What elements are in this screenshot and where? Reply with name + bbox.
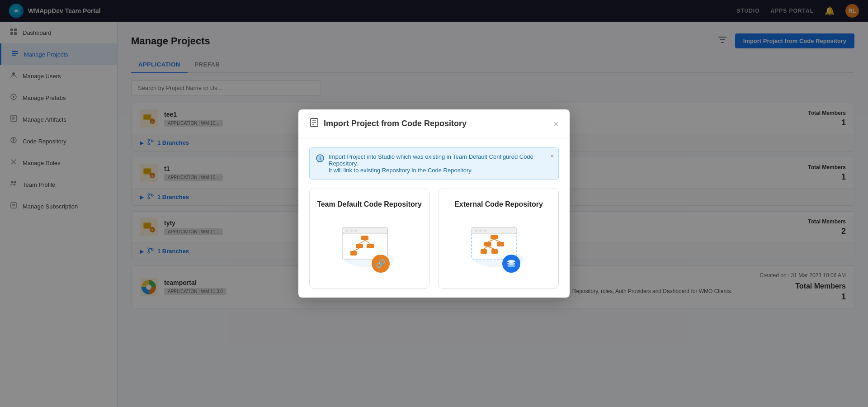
svg-point-56 — [320, 156, 321, 157]
svg-rect-82 — [491, 249, 498, 254]
team-default-repo-title: Team Default Code Repository — [317, 200, 422, 209]
modal-header: Import Project from Code Repository × — [298, 109, 570, 138]
modal-close-button[interactable]: × — [553, 119, 559, 128]
alert-text-line1: Import Project into Studio which was exi… — [329, 153, 552, 167]
external-repo-card[interactable]: External Code Repository — [439, 189, 559, 289]
svg-rect-78 — [491, 235, 498, 239]
svg-rect-80 — [497, 242, 504, 246]
modal-title-text: Import Project from Code Repository — [324, 119, 467, 128]
repo-options: Team Default Code Repository — [309, 189, 559, 289]
alert-content: Import Project into Studio which was exi… — [329, 153, 552, 174]
svg-point-60 — [345, 229, 348, 232]
svg-point-77 — [484, 229, 486, 232]
alert-text-line2: It will link to existing Repository in t… — [329, 167, 552, 174]
external-illustration — [462, 218, 535, 277]
svg-point-62 — [354, 229, 357, 232]
svg-rect-68 — [350, 251, 357, 256]
svg-rect-81 — [481, 249, 487, 254]
svg-rect-63 — [361, 236, 368, 240]
modal-body: Import Project into Studio which was exi… — [298, 138, 570, 298]
external-repo-title: External Code Repository — [454, 200, 543, 209]
team-default-illustration: 🔗 — [333, 218, 406, 277]
modal-title-icon — [309, 118, 319, 130]
svg-rect-79 — [484, 242, 491, 246]
svg-rect-59 — [342, 227, 387, 234]
alert-close-icon[interactable]: × — [550, 152, 554, 160]
svg-point-90 — [507, 265, 515, 267]
modal-title: Import Project from Code Repository — [309, 118, 467, 130]
svg-point-76 — [479, 229, 482, 232]
svg-rect-65 — [367, 244, 374, 248]
svg-text:🔗: 🔗 — [376, 259, 386, 269]
modal-overlay[interactable]: Import Project from Code Repository × Im… — [0, 0, 868, 407]
alert-info: Import Project into Studio which was exi… — [309, 147, 559, 180]
svg-rect-64 — [356, 244, 363, 248]
svg-point-61 — [350, 229, 353, 232]
svg-rect-74 — [472, 227, 517, 234]
info-icon — [316, 154, 324, 164]
import-modal: Import Project from Code Repository × Im… — [298, 109, 570, 298]
team-default-repo-card[interactable]: Team Default Code Repository — [309, 189, 429, 289]
svg-point-75 — [475, 229, 477, 232]
